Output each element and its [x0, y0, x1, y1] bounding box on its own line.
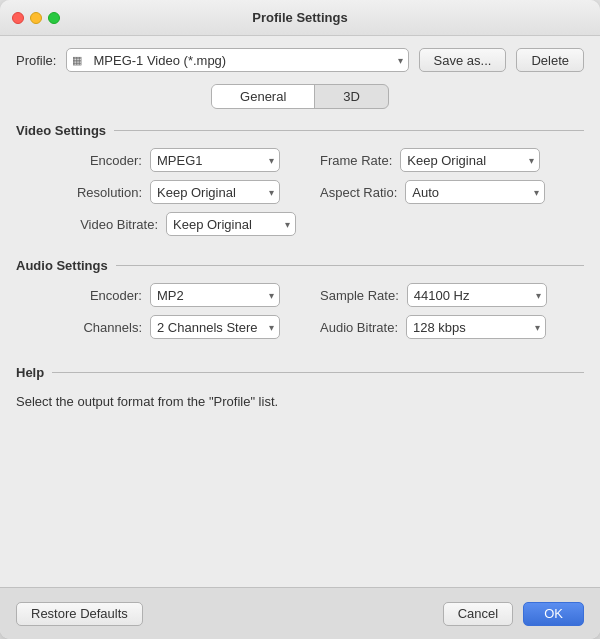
audio-encoder-select-wrapper: MP2: [150, 283, 280, 307]
save-as-button[interactable]: Save as...: [419, 48, 507, 72]
ok-button[interactable]: OK: [523, 602, 584, 626]
minimize-button[interactable]: [30, 12, 42, 24]
channels-bitrate-row: Channels: 2 Channels Stereo Audio Bitrat…: [16, 315, 584, 339]
cancel-button[interactable]: Cancel: [443, 602, 513, 626]
delete-button[interactable]: Delete: [516, 48, 584, 72]
resolution-select-wrapper: Keep Original: [150, 180, 280, 204]
bottom-bar: Restore Defaults Cancel OK: [0, 587, 600, 639]
sample-rate-select[interactable]: 44100 Hz: [407, 283, 547, 307]
audio-encoder-sample-row: Encoder: MP2 Sample Rate: 44100 Hz: [16, 283, 584, 307]
aspect-ratio-select[interactable]: Auto: [405, 180, 545, 204]
channels-select[interactable]: 2 Channels Stereo: [150, 315, 280, 339]
channels-label: Channels:: [83, 320, 142, 335]
help-label: Help: [16, 365, 44, 380]
tab-general[interactable]: General: [212, 85, 314, 108]
audio-settings-section: Audio Settings Encoder: MP2 Sample Rate:: [16, 258, 584, 339]
frame-rate-label: Frame Rate:: [320, 153, 392, 168]
frame-rate-select[interactable]: Keep Original: [400, 148, 540, 172]
audio-bitrate-label: Audio Bitrate:: [320, 320, 398, 335]
window-title: Profile Settings: [252, 10, 347, 25]
profile-select[interactable]: MPEG-1 Video (*.mpg): [66, 48, 408, 72]
video-settings-header: Video Settings: [16, 123, 584, 138]
resolution-select[interactable]: Keep Original: [150, 180, 280, 204]
help-text: Select the output format from the "Profi…: [16, 390, 584, 413]
maximize-button[interactable]: [48, 12, 60, 24]
audio-encoder-select[interactable]: MP2: [150, 283, 280, 307]
video-section-line: [114, 130, 584, 131]
resolution-label: Resolution:: [77, 185, 142, 200]
audio-section-line: [116, 265, 584, 266]
audio-settings-header: Audio Settings: [16, 258, 584, 273]
encoder-select[interactable]: MPEG1: [150, 148, 280, 172]
frame-rate-select-wrapper: Keep Original: [400, 148, 540, 172]
title-bar: Profile Settings: [0, 0, 600, 36]
encoder-label: Encoder:: [90, 153, 142, 168]
help-section: Help Select the output format from the "…: [16, 365, 584, 413]
encoder-select-wrapper: MPEG1: [150, 148, 280, 172]
help-header: Help: [16, 365, 584, 380]
resolution-aspect-row: Resolution: Keep Original Aspect Ratio: …: [16, 180, 584, 204]
profile-select-wrapper: ▦ MPEG-1 Video (*.mpg): [66, 48, 408, 72]
video-bitrate-select[interactable]: Keep Original: [166, 212, 296, 236]
aspect-ratio-select-wrapper: Auto: [405, 180, 545, 204]
encoder-frame-rate-row: Encoder: MPEG1 Frame Rate: Keep Original: [16, 148, 584, 172]
audio-settings-label: Audio Settings: [16, 258, 108, 273]
tabs-row: General 3D: [16, 84, 584, 109]
audio-encoder-label: Encoder:: [90, 288, 142, 303]
channels-select-wrapper: 2 Channels Stereo: [150, 315, 280, 339]
tab-3d[interactable]: 3D: [315, 85, 388, 108]
close-button[interactable]: [12, 12, 24, 24]
aspect-ratio-label: Aspect Ratio:: [320, 185, 397, 200]
video-settings-section: Video Settings Encoder: MPEG1 Frame Rate…: [16, 123, 584, 236]
profile-row: Profile: ▦ MPEG-1 Video (*.mpg) Save as.…: [16, 48, 584, 72]
sample-rate-select-wrapper: 44100 Hz: [407, 283, 547, 307]
window: Profile Settings Profile: ▦ MPEG-1 Video…: [0, 0, 600, 639]
sample-rate-label: Sample Rate:: [320, 288, 399, 303]
bottom-right-buttons: Cancel OK: [443, 602, 584, 626]
audio-bitrate-select-wrapper: 128 kbps: [406, 315, 546, 339]
video-bitrate-row: Video Bitrate: Keep Original: [16, 212, 584, 236]
audio-bitrate-select[interactable]: 128 kbps: [406, 315, 546, 339]
video-bitrate-select-wrapper: Keep Original: [166, 212, 296, 236]
traffic-lights: [12, 12, 60, 24]
tabs-container: General 3D: [211, 84, 389, 109]
profile-label: Profile:: [16, 53, 56, 68]
help-section-line: [52, 372, 584, 373]
restore-defaults-button[interactable]: Restore Defaults: [16, 602, 143, 626]
video-bitrate-label: Video Bitrate:: [80, 217, 158, 232]
content-area: Profile: ▦ MPEG-1 Video (*.mpg) Save as.…: [0, 36, 600, 587]
video-settings-label: Video Settings: [16, 123, 106, 138]
